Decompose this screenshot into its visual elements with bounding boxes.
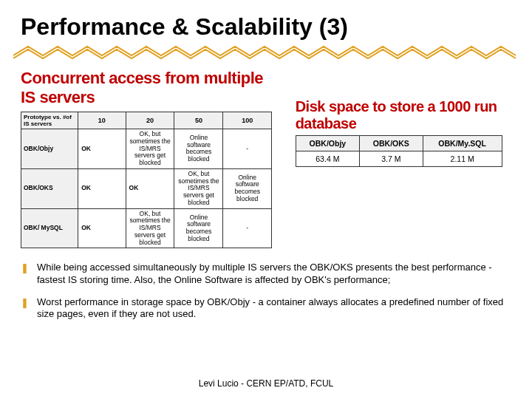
cell: OK, but sometimes the IS/MRS servers get… [174, 168, 223, 208]
subhead-disk: Disk space to store a 1000 run database [296, 98, 511, 132]
disk-block: Disk space to store a 1000 run database … [296, 98, 511, 167]
bullet-text: While being accessed simultaneously by m… [37, 262, 511, 286]
bullet-list: ❚ While being accessed simultaneously by… [21, 262, 511, 320]
cell: - [223, 129, 272, 169]
slide: Performance & Scalability (3) Concurrent… [0, 0, 532, 399]
bullet-icon: ❚ [21, 262, 37, 274]
footer: Levi Lucio - CERN EP/ATD, FCUL [0, 378, 532, 389]
val-objy: 63.4 M [296, 151, 359, 167]
col-oks: OBK/OKS [360, 136, 423, 151]
col-50: 50 [174, 112, 223, 129]
row-mysql: OBK/ MySQL [21, 208, 78, 248]
table-row: OBK/Objy OBK/OKS OBK/My.SQL [296, 136, 502, 151]
table-row: 63.4 M 3.7 M 2.11 M [296, 151, 502, 167]
tables-row: Concurrent access from multiple IS serve… [21, 69, 511, 248]
concurrent-table: Prototype vs. #of IS servers 10 20 50 10… [21, 112, 272, 248]
col-mysql: OBK/My.SQL [423, 136, 502, 151]
col-10: 10 [78, 112, 126, 129]
bullet-text: Worst performance in storage space by OB… [37, 296, 511, 321]
val-oks: 3.7 M [360, 151, 423, 167]
cell: - [223, 208, 272, 248]
zigzag-icon [13, 45, 531, 60]
cell: OK, but sometimes the IS/MRS servers get… [126, 208, 174, 248]
row-objy: OBK/Objy [21, 129, 78, 169]
cell: OK [126, 168, 174, 208]
cell: OK [78, 129, 126, 169]
list-item: ❚ Worst performance in storage space by … [21, 296, 511, 321]
cell: Online software becomes blocked [174, 129, 223, 169]
row-oks: OBK/OKS [21, 168, 78, 208]
table-row: Prototype vs. #of IS servers 10 20 50 10… [21, 112, 272, 129]
divider [21, 45, 511, 58]
col-100: 100 [223, 112, 272, 129]
table-row: OBK/ MySQL OK OK, but sometimes the IS/M… [21, 208, 272, 248]
val-mysql: 2.11 M [423, 151, 502, 167]
cell: OK [78, 168, 126, 208]
col-20: 20 [126, 112, 174, 129]
table-row: OBK/OKS OK OK OK, but sometimes the IS/M… [21, 168, 272, 208]
page-title: Performance & Scalability (3) [21, 13, 511, 41]
table-corner: Prototype vs. #of IS servers [21, 112, 78, 129]
col-objy: OBK/Objy [296, 136, 359, 151]
cell: Online software becomes blocked [174, 208, 223, 248]
cell: OK, but sometimes the IS/MRS servers get… [126, 129, 174, 169]
disk-table: OBK/Objy OBK/OKS OBK/My.SQL 63.4 M 3.7 M… [296, 135, 502, 167]
list-item: ❚ While being accessed simultaneously by… [21, 262, 511, 286]
subhead-concurrent: Concurrent access from multiple IS serve… [21, 69, 281, 107]
table-row: OBK/Objy OK OK, but sometimes the IS/MRS… [21, 129, 272, 169]
cell: Online software becomes blocked [223, 168, 272, 208]
cell: OK [78, 208, 126, 248]
bullet-icon: ❚ [21, 296, 37, 309]
concurrent-block: Concurrent access from multiple IS serve… [21, 69, 281, 248]
